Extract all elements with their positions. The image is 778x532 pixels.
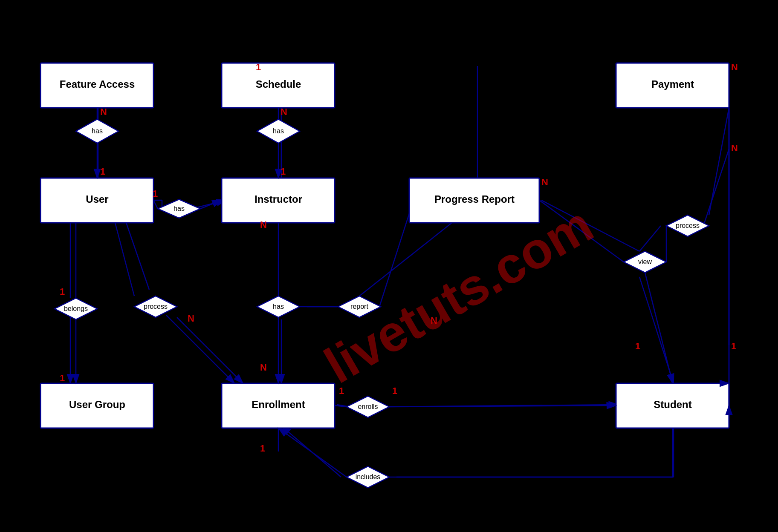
payment-label: Payment [651,78,694,90]
progress-report-label: Progress Report [434,193,515,205]
belongs-text: belongs [64,305,88,312]
feature-access-label: Feature Access [60,78,135,90]
svg-line-43 [177,317,243,383]
svg-line-47 [645,273,673,383]
svg-line-15 [639,226,661,251]
student-label: Student [654,399,691,410]
diagram-container: Feature Access Schedule Payment User Ins… [0,0,778,532]
has-schedule-text: has [273,127,284,135]
watermark: livetuts.com [315,196,602,394]
card-1-process-student: 1 [731,341,736,351]
card-n-sch: N [281,106,287,117]
card-1-sch-top: 1 [256,62,261,72]
process-user-text: process [144,303,168,310]
card-n-pay-right: N [731,143,738,153]
user-label: User [86,193,108,205]
card-n-has-enroll-top: N [260,219,267,230]
schedule-label: Schedule [256,78,301,90]
card-n-pay-top: N [731,62,738,72]
svg-line-23 [126,221,149,290]
card-n-pr-right: N [541,177,548,187]
svg-line-24 [166,315,234,383]
svg-line-48 [709,108,729,215]
view-text: view [638,258,652,265]
card-1-belongs-top: 1 [60,286,65,297]
user-group-label: User Group [69,399,125,410]
card-1-enrolls-right: 1 [392,385,397,396]
card-1-fa: 1 [100,166,105,177]
enrolls-text: enrolls [358,403,378,410]
has-fa-text: has [92,127,103,135]
has-enroll-text: has [273,303,284,310]
svg-line-35 [200,200,222,209]
instructor-label: Instructor [255,193,302,205]
svg-line-42 [115,223,134,296]
card-1-belongs-bot: 1 [60,373,65,383]
process-pay-text: process [676,222,700,229]
card-n-has-enroll-bot: N [260,362,267,373]
card-1-instr: 1 [281,166,286,177]
svg-line-53 [389,405,616,407]
enrollment-label: Enrollment [252,399,305,410]
card-n-process: N [188,313,194,324]
card-n-fa: N [100,106,107,117]
has-instructor-text: has [174,205,185,212]
svg-line-14 [703,149,729,226]
report-text: report [350,303,368,310]
card-1-user-instr: 1 [153,188,158,199]
includes-text: includes [356,473,381,480]
card-1-view-student: 1 [635,341,640,351]
card-1-enroll-bot: 1 [260,443,265,454]
svg-line-56 [278,428,347,477]
